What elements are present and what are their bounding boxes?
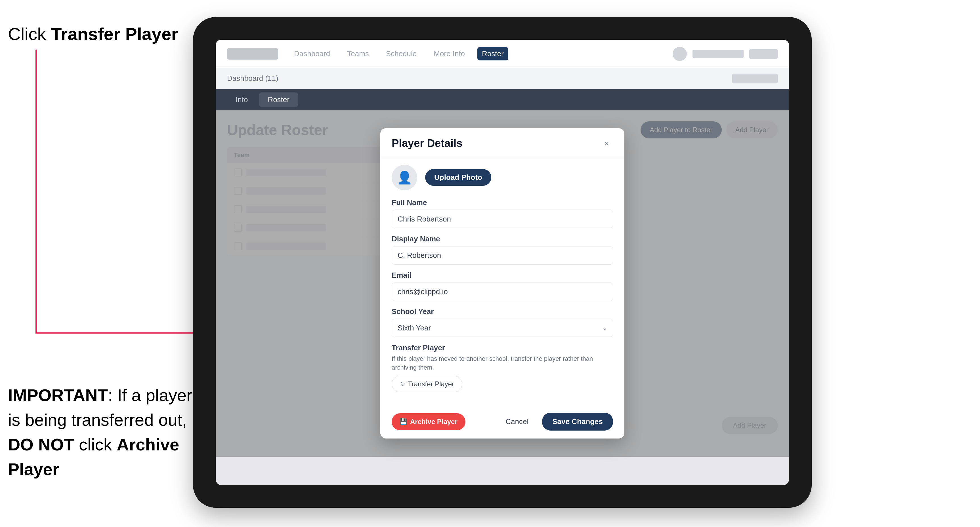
nav-item-dashboard[interactable]: Dashboard [290, 47, 335, 60]
modal-overlay: Player Details × 👤 Upload Photo [216, 110, 789, 457]
school-year-chevron-icon: ⌄ [602, 324, 607, 332]
upload-photo-button[interactable]: Upload Photo [425, 169, 491, 186]
school-year-group: School Year Sixth Year ⌄ [392, 307, 613, 337]
instruction-top-prefix: Click [8, 24, 51, 44]
content-tabs: Info Roster [216, 89, 789, 110]
school-year-select-wrapper: Sixth Year ⌄ [392, 319, 613, 337]
header-name [692, 50, 744, 58]
save-changes-button[interactable]: Save Changes [542, 413, 613, 430]
transfer-player-label: Transfer Player [392, 343, 613, 352]
header-avatar [673, 47, 687, 61]
modal-header: Player Details × [380, 128, 624, 157]
nav-item-teams[interactable]: Teams [342, 47, 374, 60]
modal-body: 👤 Upload Photo Full Name Display Name [380, 157, 624, 407]
email-input[interactable] [392, 283, 613, 301]
breadcrumb: Dashboard (11) [227, 74, 278, 83]
instruction-do-not: DO NOT [8, 435, 74, 454]
instruction-bottom: IMPORTANT: If a player is being transfer… [8, 383, 201, 482]
instruction-click: click [74, 435, 117, 454]
tab-info[interactable]: Info [227, 92, 256, 107]
nav-item-roster[interactable]: Roster [477, 47, 508, 60]
transfer-icon: ↻ [400, 380, 405, 388]
transfer-btn-label: Transfer Player [408, 380, 454, 388]
instruction-top-bold: Transfer Player [51, 24, 178, 44]
app-nav: Dashboard Teams Schedule More Info Roste… [290, 47, 661, 60]
player-details-modal: Player Details × 👤 Upload Photo [380, 128, 624, 439]
tablet-screen: Dashboard Teams Schedule More Info Roste… [216, 40, 789, 485]
app-header: Dashboard Teams Schedule More Info Roste… [216, 40, 789, 68]
school-year-label: School Year [392, 307, 613, 316]
full-name-group: Full Name [392, 198, 613, 229]
transfer-player-button[interactable]: ↻ Transfer Player [392, 376, 462, 392]
full-name-input[interactable] [392, 210, 613, 229]
instruction-top: Click Transfer Player [8, 23, 178, 46]
tab-roster[interactable]: Roster [259, 92, 298, 107]
modal-footer: 💾 Archive Player Cancel Save Changes [380, 407, 624, 438]
display-name-label: Display Name [392, 235, 613, 243]
cancel-button[interactable]: Cancel [496, 413, 538, 430]
display-dropdown[interactable] [732, 74, 778, 83]
archive-icon: 💾 [399, 418, 407, 425]
school-year-select[interactable]: Sixth Year [392, 319, 613, 337]
school-year-value: Sixth Year [398, 324, 431, 332]
main-content: Update Roster Add Player to Roster Add P… [216, 110, 789, 457]
instruction-important: IMPORTANT [8, 386, 108, 405]
header-right [673, 47, 778, 61]
app-logo [227, 48, 278, 60]
email-group: Email [392, 271, 613, 301]
modal-title: Player Details [392, 137, 462, 149]
modal-close-button[interactable]: × [601, 137, 613, 150]
tablet-device: Dashboard Teams Schedule More Info Roste… [193, 17, 812, 508]
display-name-input[interactable] [392, 246, 613, 265]
archive-btn-label: Archive Player [410, 418, 458, 426]
nav-item-schedule[interactable]: Schedule [382, 47, 421, 60]
header-logout-btn[interactable] [749, 49, 778, 59]
nav-item-more[interactable]: More Info [429, 47, 469, 60]
transfer-player-description: If this player has moved to another scho… [392, 354, 613, 372]
email-label: Email [392, 271, 613, 280]
archive-player-button[interactable]: 💾 Archive Player [392, 413, 465, 430]
photo-section: 👤 Upload Photo [392, 165, 613, 190]
avatar-icon: 👤 [397, 170, 412, 185]
full-name-label: Full Name [392, 198, 613, 207]
display-name-group: Display Name [392, 235, 613, 265]
red-arrow-vertical [35, 50, 37, 333]
sub-header: Dashboard (11) [216, 68, 789, 89]
avatar-circle: 👤 [392, 165, 417, 190]
transfer-player-section: Transfer Player If this player has moved… [392, 343, 613, 392]
